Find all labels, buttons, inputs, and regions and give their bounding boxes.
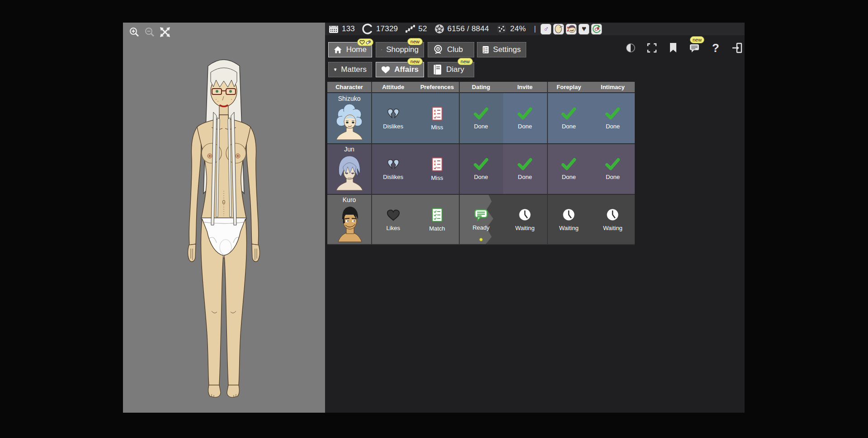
- star-icon: [434, 24, 444, 34]
- attitude-cell: Dislikes: [371, 93, 415, 144]
- checklist-icon: xx: [482, 44, 489, 55]
- dice-icon: [496, 24, 507, 34]
- status-bar: 133 17329 52 6156 / 8844 24% | ♂: [325, 23, 745, 35]
- tab-club[interactable]: Club: [428, 42, 474, 57]
- contrast-icon[interactable]: [625, 42, 636, 54]
- shopping-new-badge: new: [407, 38, 423, 45]
- heart-icon: [386, 208, 401, 221]
- pill-cycle-icon[interactable]: [591, 24, 602, 35]
- character-portrait-shizuko[interactable]: Shizuko: [327, 93, 371, 144]
- attitude-cell: Likes: [371, 194, 415, 245]
- column-separator: [547, 82, 548, 245]
- clock-icon: [518, 208, 532, 221]
- exit-icon[interactable]: [731, 42, 742, 54]
- table-row: Jun Dislikes: [327, 144, 635, 194]
- bookmark-icon[interactable]: [668, 42, 679, 54]
- tab-matters[interactable]: Matters: [328, 62, 372, 77]
- invite-cell: Done: [503, 93, 547, 144]
- svg-text:x: x: [434, 112, 436, 116]
- chat-new-badge: new: [690, 36, 704, 43]
- home-icon: [334, 45, 342, 54]
- stairs-value: 52: [418, 24, 427, 33]
- tab-diary[interactable]: new Diary: [428, 62, 474, 77]
- row-separator: [327, 143, 635, 144]
- check-icon: [561, 158, 576, 170]
- table-row: Kuro: [327, 194, 635, 245]
- preferences-cell: xx Miss: [415, 144, 459, 194]
- stat-credits: 17329: [362, 24, 398, 34]
- broken-heart-icon: [387, 158, 400, 170]
- table-header: Character Attitude Preferences Dating In…: [327, 82, 635, 93]
- chat-icon[interactable]: new: [689, 42, 700, 54]
- svg-text:x: x: [483, 48, 485, 51]
- intimacy-cell: Done: [591, 93, 635, 144]
- dating-cell: Done: [459, 93, 503, 144]
- foreplay-cell: Done: [547, 93, 591, 144]
- svg-text:x: x: [434, 162, 436, 166]
- preferences-cell: Match: [415, 194, 459, 245]
- portrait-image: [335, 204, 364, 244]
- stat-stairs: 52: [405, 24, 427, 33]
- partner-face-icon[interactable]: xx: [566, 24, 577, 35]
- help-icon[interactable]: ?: [710, 42, 721, 54]
- notebook-icon: [433, 64, 442, 75]
- stat-chance: 24%: [496, 24, 526, 34]
- player-figure[interactable]: [123, 23, 325, 413]
- checklist-match-icon: [432, 208, 443, 222]
- credits-icon: [362, 24, 373, 34]
- zoom-in-icon[interactable]: [128, 26, 140, 38]
- tab-affairs[interactable]: new Affairs: [376, 62, 424, 77]
- stairs-icon: [405, 24, 415, 33]
- character-portrait-jun[interactable]: Jun: [327, 144, 371, 194]
- col-invite: Invite: [503, 84, 547, 90]
- stat-day: 133: [329, 24, 355, 33]
- expand-view-icon[interactable]: [159, 26, 171, 38]
- character-portrait-kuro[interactable]: Kuro: [327, 194, 371, 245]
- tab-home[interactable]: Home: [328, 42, 372, 57]
- svg-text:x: x: [567, 29, 569, 32]
- chance-value: 24%: [510, 24, 526, 33]
- col-character: Character: [327, 84, 371, 90]
- diary-new-badge: new: [458, 58, 473, 65]
- tab-settings[interactable]: xx Settings: [477, 42, 526, 57]
- tab-shopping[interactable]: new Shopping: [376, 42, 424, 57]
- checklist-miss-icon: xx: [432, 157, 443, 171]
- reputation-value: 6156 / 8844: [448, 24, 489, 33]
- tshirt-icon: [334, 65, 337, 74]
- clock-icon: [606, 208, 619, 221]
- check-icon: [605, 158, 620, 170]
- character-view-panel: [123, 23, 325, 413]
- zoom-out-icon[interactable]: [144, 26, 156, 38]
- check-icon: [473, 158, 489, 170]
- broken-heart-icon: [387, 108, 400, 120]
- foreplay-cell: Done: [547, 144, 591, 194]
- preferences-cell: xx Miss: [415, 93, 459, 144]
- col-foreplay: Foreplay: [547, 84, 591, 90]
- game-window: 133 17329 52 6156 / 8844 24% | ♂: [0, 0, 868, 438]
- day-value: 133: [342, 24, 355, 33]
- portrait-image: [335, 103, 364, 142]
- check-icon: [517, 158, 533, 170]
- check-icon: [561, 107, 576, 120]
- affairs-new-badge: new: [407, 58, 423, 65]
- gender-symbol-icon[interactable]: ♂: [540, 24, 552, 35]
- col-preferences: Preferences: [415, 84, 459, 90]
- column-separator: [459, 82, 460, 245]
- head-profile-icon[interactable]: [553, 24, 564, 35]
- heart-icon[interactable]: ♥: [578, 24, 590, 35]
- home-status-badge: [357, 38, 373, 46]
- clock-icon: [562, 208, 576, 221]
- checklist-miss-icon: xx: [432, 107, 443, 121]
- intimacy-cell: Done: [591, 144, 635, 194]
- affairs-table: Character Attitude Preferences Dating In…: [327, 82, 635, 245]
- fullscreen-icon[interactable]: [646, 42, 657, 54]
- webcam-icon: [433, 45, 443, 55]
- heart-tab-icon: [381, 65, 390, 74]
- mini-pill-icon: [366, 40, 371, 45]
- dating-cell: Done: [459, 144, 503, 194]
- row-separator: [327, 244, 635, 245]
- stat-reputation: 6156 / 8844: [434, 24, 489, 34]
- portrait-image: [335, 153, 364, 193]
- svg-text:x: x: [567, 26, 569, 29]
- dating-ready-cell[interactable]: Ready: [459, 194, 503, 245]
